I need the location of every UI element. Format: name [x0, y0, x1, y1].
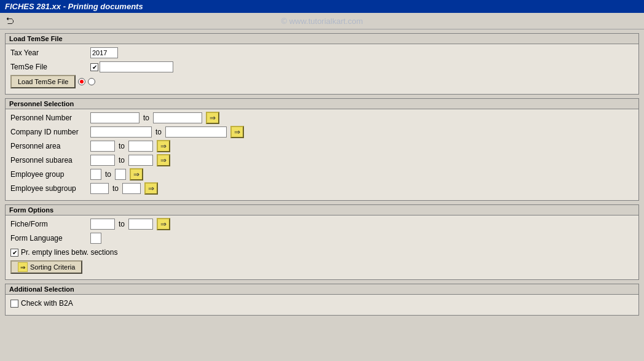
fiche-form-arrow[interactable]: ⇒: [157, 218, 170, 230]
fiche-form-from[interactable]: [90, 219, 115, 230]
employee-group-arrow[interactable]: ⇒: [130, 168, 143, 180]
temse-file-row: TemSe File ✔: [10, 61, 634, 73]
employee-group-to-label: to: [105, 170, 111, 179]
company-id-row: Company ID number to ⇒: [10, 126, 634, 138]
employee-subgroup-from[interactable]: [90, 183, 109, 194]
check-b2a-row: Check with B2A: [10, 297, 634, 309]
fiche-form-row: Fiche/Form to ⇒: [10, 218, 634, 230]
personnel-subarea-label: Personnel subarea: [10, 156, 90, 165]
company-id-arrow[interactable]: ⇒: [230, 126, 244, 138]
personnel-title: Personnel Selection: [6, 99, 638, 109]
employee-subgroup-label: Employee subgroup: [10, 184, 90, 193]
personnel-subarea-to[interactable]: [128, 155, 153, 166]
employee-subgroup-arrow[interactable]: ⇒: [144, 182, 158, 195]
form-options-title: Form Options: [6, 205, 638, 215]
radio-option-1[interactable]: [78, 78, 85, 85]
personnel-number-from[interactable]: [90, 112, 139, 123]
temse-file-label: TemSe File: [10, 63, 90, 71]
fiche-form-label: Fiche/Form: [10, 220, 90, 228]
watermark: © www.tutorialkart.com: [281, 17, 363, 26]
check-b2a-label: Check with B2A: [21, 299, 73, 308]
tax-year-label: Tax Year: [10, 49, 90, 57]
tax-year-input[interactable]: [90, 47, 118, 58]
additional-section: Additional Selection Check with B2A: [5, 284, 639, 316]
additional-body: Check with B2A: [6, 295, 638, 315]
company-id-from[interactable]: [90, 126, 152, 138]
main-window: FICHES 281.xx - Printing documents ⮌ © w…: [0, 0, 644, 361]
radio-option-2[interactable]: [88, 78, 95, 85]
personnel-area-label: Personnel area: [10, 142, 90, 150]
form-options-body: Fiche/Form to ⇒ Form Language ✔ Pr. empt…: [6, 215, 638, 279]
company-id-to-label: to: [155, 128, 162, 136]
check-b2a-checkbox[interactable]: [10, 300, 18, 308]
load-temse-title: Load TemSe File: [6, 34, 638, 44]
fiche-form-to-label: to: [119, 220, 125, 228]
sorting-arrow-icon: ⇒: [18, 262, 28, 272]
personnel-number-arrow[interactable]: ⇒: [206, 112, 219, 124]
personnel-number-row: Personnel Number to ⇒: [10, 112, 634, 124]
load-temse-button[interactable]: Load TemSe File: [10, 75, 76, 88]
temse-file-input-group: ✔: [90, 61, 173, 72]
window-title: FICHES 281.xx - Printing documents: [5, 2, 143, 11]
employee-group-to[interactable]: [115, 169, 126, 180]
personnel-subarea-row: Personnel subarea to ⇒: [10, 154, 634, 166]
personnel-area-from[interactable]: [90, 141, 115, 152]
personnel-subarea-from[interactable]: [90, 155, 115, 166]
employee-subgroup-to-label: to: [112, 184, 119, 193]
sorting-criteria-row: ⇒ Sorting Criteria: [10, 260, 634, 274]
personnel-area-to-label: to: [119, 142, 125, 150]
personnel-subarea-arrow[interactable]: ⇒: [157, 154, 170, 166]
sorting-criteria-label: Sorting Criteria: [30, 263, 75, 271]
company-id-label: Company ID number: [10, 128, 90, 136]
sorting-criteria-button[interactable]: ⇒ Sorting Criteria: [10, 260, 82, 274]
additional-title: Additional Selection: [6, 284, 638, 295]
pr-empty-label: Pr. empty lines betw. sections: [21, 248, 117, 257]
form-language-row: Form Language: [10, 232, 634, 244]
load-temse-section: Load TemSe File Tax Year TemSe File ✔: [5, 33, 639, 95]
toolbar: ⮌ © www.tutorialkart.com: [0, 13, 644, 29]
personnel-subarea-to-label: to: [119, 156, 125, 165]
employee-group-row: Employee group to ⇒: [10, 168, 634, 180]
personnel-area-row: Personnel area to ⇒: [10, 140, 634, 152]
form-language-label: Form Language: [10, 234, 90, 243]
personnel-area-to[interactable]: [128, 141, 153, 152]
content-area: Load TemSe File Tax Year TemSe File ✔: [0, 29, 644, 319]
employee-group-label: Employee group: [10, 170, 90, 179]
employee-subgroup-row: Employee subgroup to ⇒: [10, 182, 634, 195]
employee-subgroup-to[interactable]: [122, 183, 141, 194]
temse-file-input[interactable]: [100, 61, 173, 72]
radio-group: [78, 78, 95, 85]
personnel-section: Personnel Selection Personnel Number to …: [5, 98, 639, 201]
personnel-area-arrow[interactable]: ⇒: [157, 140, 170, 152]
temse-file-checkbox[interactable]: ✔: [90, 63, 98, 71]
load-btn-row: Load TemSe File: [10, 75, 634, 88]
form-language-input[interactable]: [90, 233, 101, 244]
fiche-form-to[interactable]: [128, 219, 153, 230]
form-options-section: Form Options Fiche/Form to ⇒ Form Langua…: [5, 204, 639, 280]
personnel-number-to[interactable]: [153, 112, 202, 123]
employee-group-from[interactable]: [90, 169, 101, 180]
pr-empty-row: ✔ Pr. empty lines betw. sections: [10, 246, 634, 258]
personnel-number-to-label: to: [143, 114, 149, 122]
title-bar: FICHES 281.xx - Printing documents: [0, 0, 644, 13]
pr-empty-checkbox[interactable]: ✔: [10, 249, 18, 257]
tax-year-row: Tax Year: [10, 47, 634, 59]
back-icon[interactable]: ⮌: [4, 15, 16, 27]
personnel-body: Personnel Number to ⇒ Company ID number …: [6, 109, 638, 200]
load-temse-body: Tax Year TemSe File ✔ Load TemSe File: [6, 44, 638, 94]
company-id-to[interactable]: [165, 126, 227, 138]
personnel-number-label: Personnel Number: [10, 114, 90, 122]
